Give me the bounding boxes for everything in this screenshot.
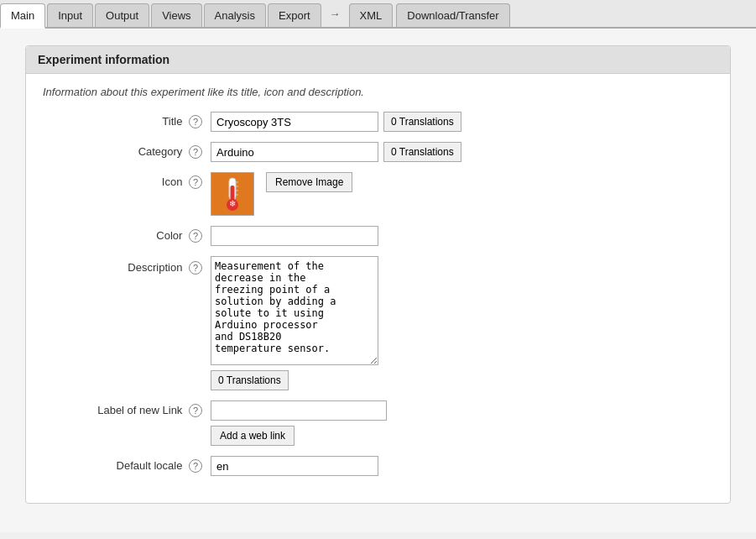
color-label: Color ? bbox=[43, 226, 211, 243]
tab-arrow[interactable]: → bbox=[323, 3, 347, 25]
thermometer-icon: ❄ bbox=[216, 175, 249, 212]
icon-help-icon[interactable]: ? bbox=[189, 175, 202, 189]
default-locale-label: Default locale ? bbox=[43, 456, 211, 473]
icon-row: Icon ? ❄ bbox=[43, 172, 713, 216]
panel-body: Information about this experiment like i… bbox=[26, 74, 730, 503]
link-label-input[interactable] bbox=[211, 400, 387, 421]
icon-controls: ❄ Remove Image bbox=[211, 172, 713, 216]
description-label: Description ? bbox=[43, 256, 211, 275]
panel-title: Experiment information bbox=[26, 46, 730, 74]
default-locale-row: Default locale ? bbox=[43, 456, 713, 476]
tab-views[interactable]: Views bbox=[151, 3, 201, 27]
panel-subtitle: Information about this experiment like i… bbox=[43, 86, 713, 98]
tab-output[interactable]: Output bbox=[95, 3, 149, 27]
icon-preview: ❄ bbox=[211, 172, 254, 216]
tab-export[interactable]: Export bbox=[268, 3, 321, 27]
link-label-label: Label of new Link ? bbox=[43, 400, 211, 417]
category-label: Category ? bbox=[43, 142, 211, 159]
color-controls bbox=[211, 226, 713, 246]
title-translations-button[interactable]: 0 Translations bbox=[383, 112, 461, 132]
default-locale-input[interactable] bbox=[211, 456, 378, 476]
category-controls: 0 Translations bbox=[211, 142, 713, 162]
color-input[interactable] bbox=[211, 226, 378, 246]
tab-input[interactable]: Input bbox=[47, 3, 93, 27]
tab-main[interactable]: Main bbox=[0, 3, 45, 29]
tab-bar: Main Input Output Views Analysis Export … bbox=[0, 0, 756, 29]
description-controls: Measurement of the decrease in the freez… bbox=[211, 256, 713, 390]
description-translations-button[interactable]: 0 Translations bbox=[211, 370, 289, 390]
link-label-help-icon[interactable]: ? bbox=[189, 404, 202, 417]
description-textarea[interactable]: Measurement of the decrease in the freez… bbox=[211, 256, 378, 365]
category-input[interactable] bbox=[211, 142, 378, 162]
title-input[interactable] bbox=[211, 112, 378, 132]
remove-image-button[interactable]: Remove Image bbox=[266, 172, 352, 192]
category-help-icon[interactable]: ? bbox=[189, 145, 202, 159]
tab-xml[interactable]: XML bbox=[349, 3, 394, 27]
tab-analysis[interactable]: Analysis bbox=[204, 3, 266, 27]
color-row: Color ? bbox=[43, 226, 713, 246]
link-label-controls: Add a web link bbox=[211, 400, 713, 446]
title-controls: 0 Translations bbox=[211, 112, 713, 132]
default-locale-controls bbox=[211, 456, 713, 476]
category-row: Category ? 0 Translations bbox=[43, 142, 713, 162]
color-help-icon[interactable]: ? bbox=[189, 229, 202, 243]
title-row: Title ? 0 Translations bbox=[43, 112, 713, 132]
svg-text:❄: ❄ bbox=[229, 199, 236, 208]
page-content: Experiment information Information about… bbox=[0, 29, 756, 532]
description-row: Description ? Measurement of the decreas… bbox=[43, 256, 713, 390]
description-help-icon[interactable]: ? bbox=[189, 261, 202, 275]
link-label-row: Label of new Link ? Add a web link bbox=[43, 400, 713, 446]
title-label: Title ? bbox=[43, 112, 211, 128]
icon-label: Icon ? bbox=[43, 172, 211, 189]
category-translations-button[interactable]: 0 Translations bbox=[383, 142, 461, 162]
add-web-link-button[interactable]: Add a web link bbox=[211, 426, 295, 446]
tab-right-group: XML Download/Transfer bbox=[347, 0, 512, 27]
tab-download-transfer[interactable]: Download/Transfer bbox=[396, 3, 509, 27]
default-locale-help-icon[interactable]: ? bbox=[189, 459, 202, 473]
experiment-info-panel: Experiment information Information about… bbox=[25, 45, 731, 504]
title-help-icon[interactable]: ? bbox=[189, 115, 202, 128]
